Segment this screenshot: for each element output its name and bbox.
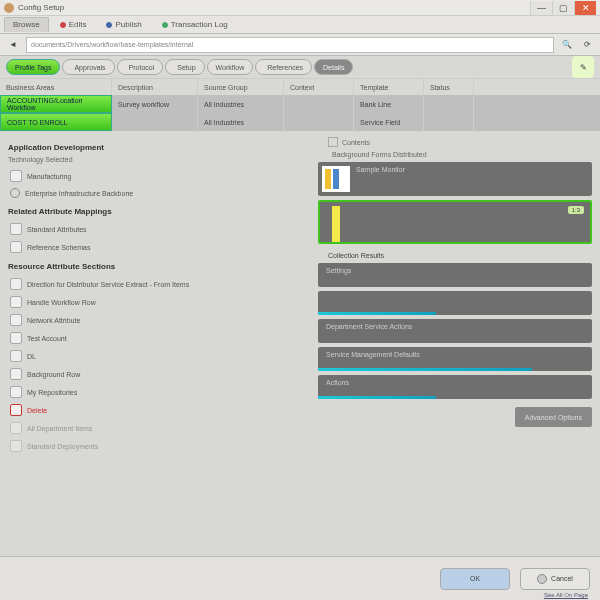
selected-card[interactable]: 1:3 — [318, 200, 592, 244]
list-item[interactable]: Direction for Distributor Service Extrac… — [8, 275, 302, 293]
status-dot-icon — [60, 22, 66, 28]
table-row[interactable]: ACCOUNTING/Location Workflow Survey work… — [0, 95, 600, 113]
list-item-delete[interactable]: Delete — [8, 401, 302, 419]
col-context[interactable]: Context — [284, 79, 354, 95]
see-all-link[interactable]: See All On Page — [544, 592, 588, 598]
result-card[interactable]: Service Management Defaults — [318, 347, 592, 371]
file-icon — [10, 296, 22, 308]
file-icon — [10, 350, 22, 362]
ok-button[interactable]: OK — [440, 568, 510, 590]
layers-icon — [10, 223, 22, 235]
tab-log[interactable]: Transaction Log — [153, 17, 237, 32]
thumbnail-icon — [322, 166, 350, 192]
col-description[interactable]: Description — [112, 79, 198, 95]
cancel-button[interactable]: Cancel — [520, 568, 590, 590]
section-resource-attrs: Resource Attribute Sections — [8, 262, 302, 271]
file-icon — [10, 440, 22, 452]
result-card[interactable]: Department Service Actions — [318, 319, 592, 343]
file-icon — [10, 314, 22, 326]
table-header: Business Areas Description Source Group … — [0, 79, 600, 95]
layers-icon — [10, 241, 22, 253]
col-source-group[interactable]: Source Group — [198, 79, 284, 95]
result-card[interactable]: Actions — [318, 375, 592, 399]
edit-icon[interactable]: ✎ — [572, 56, 594, 78]
list-item[interactable]: My Repositories — [8, 383, 302, 401]
tab-publish[interactable]: Publish — [97, 17, 150, 32]
filter-bar: Profile Tags Approvals Protocol Setup Wo… — [0, 56, 600, 78]
filter-setup[interactable]: Setup — [165, 59, 204, 75]
opt-enterprise-infra[interactable]: Enterprise Infrastructure Backbone — [8, 185, 302, 201]
folder-icon — [10, 386, 22, 398]
window-title: Config Setup — [18, 3, 530, 12]
highlight-bar-icon — [332, 206, 340, 242]
filter-approvals[interactable]: Approvals — [62, 59, 114, 75]
status-dot-icon — [162, 22, 168, 28]
list-item[interactable]: Standard Deployments — [8, 437, 302, 455]
ratio-badge: 1:3 — [568, 206, 584, 214]
search-icon[interactable]: 🔍 — [560, 38, 574, 52]
status-dot-icon — [106, 22, 112, 28]
col-business-areas[interactable]: Business Areas — [0, 79, 112, 95]
panel-tab-contents[interactable]: Contents — [342, 139, 370, 146]
main-tabs: Browse Edits Publish Transaction Log — [0, 16, 600, 34]
document-icon — [10, 170, 22, 182]
opt-manufacturing[interactable]: Manufacturing — [8, 167, 302, 185]
filter-details[interactable]: Details — [314, 59, 353, 75]
file-icon — [10, 278, 22, 290]
refresh-icon[interactable]: ⟳ — [580, 38, 594, 52]
pen-icon — [10, 404, 22, 416]
file-icon — [10, 422, 22, 434]
filter-workflow[interactable]: Workflow — [207, 59, 254, 75]
list-item[interactable]: Network Attribute — [8, 311, 302, 329]
app-icon — [4, 3, 14, 13]
file-icon — [10, 368, 22, 380]
close-button[interactable]: ✕ — [574, 1, 596, 15]
path-field[interactable]: documents/Drivers/workflow/base-template… — [26, 37, 554, 53]
radio-icon — [10, 188, 20, 198]
list-item[interactable]: Handle Workflow Row — [8, 293, 302, 311]
tab-edits[interactable]: Edits — [51, 17, 96, 32]
panel-sub-label: Background Forms Distributed — [332, 151, 427, 158]
col-status[interactable]: Status — [424, 79, 474, 95]
minimize-button[interactable]: — — [530, 1, 552, 15]
detail-title: Collection Results — [328, 252, 592, 259]
list-item[interactable]: Background Row — [8, 365, 302, 383]
result-card[interactable] — [318, 291, 592, 315]
preview-card[interactable]: Sample Monitor — [318, 162, 592, 196]
opt-standard-attrs[interactable]: Standard Attributes — [8, 220, 302, 238]
back-icon[interactable]: ◄ — [6, 38, 20, 52]
list-item[interactable]: DL — [8, 347, 302, 365]
list-item[interactable]: Test Account — [8, 329, 302, 347]
tab-icon — [328, 137, 338, 147]
section-tech-selected: Technology Selected — [8, 156, 302, 163]
toggle-icon — [537, 574, 547, 584]
filter-protocol[interactable]: Protocol — [117, 59, 164, 75]
maximize-button[interactable]: ▢ — [552, 1, 574, 15]
filter-profile-tags[interactable]: Profile Tags — [6, 59, 60, 75]
tab-browse[interactable]: Browse — [4, 17, 49, 32]
filter-references[interactable]: References — [255, 59, 312, 75]
col-template[interactable]: Template — [354, 79, 424, 95]
section-app-dev: Application Development — [8, 143, 302, 152]
result-card[interactable]: Settings — [318, 263, 592, 287]
footer-bar: OK Cancel See All On Page — [0, 556, 600, 600]
section-related-attrs: Related Attribute Mappings — [8, 207, 302, 216]
advanced-options-button[interactable]: Advanced Options — [515, 407, 592, 427]
file-icon — [10, 332, 22, 344]
table-row[interactable]: COST TO ENROLL All Industries Service Fi… — [0, 113, 600, 131]
opt-reference-schemas[interactable]: Reference Schemas — [8, 238, 302, 256]
list-item[interactable]: All Department Items — [8, 419, 302, 437]
